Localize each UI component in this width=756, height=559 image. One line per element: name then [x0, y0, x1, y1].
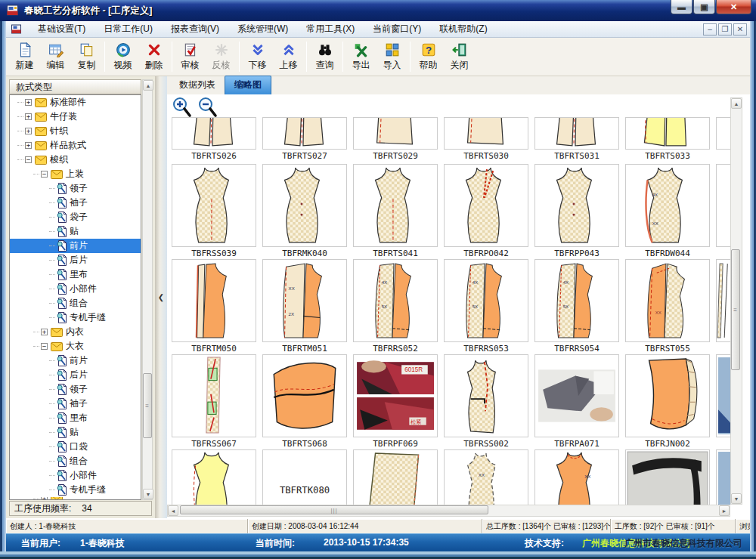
thumbnail-cell[interactable]: 4X5XTBFRRS052	[353, 259, 438, 354]
thumbnail-cell[interactable]	[716, 164, 730, 259]
thumbnail-image[interactable]	[353, 449, 438, 505]
thumbnail-cell[interactable]	[172, 449, 256, 505]
thumbnail-cell[interactable]: TBFRTS031	[534, 117, 619, 162]
thumbnail-image[interactable]: XX	[534, 449, 619, 505]
child-close-button[interactable]: ✕	[733, 23, 747, 36]
tree-item-梭织[interactable]: −梭织	[10, 153, 141, 167]
thumbnail-cell[interactable]	[716, 449, 730, 505]
expand-box-icon[interactable]: +	[41, 329, 48, 335]
tree-item-口袋[interactable]: 口袋	[10, 440, 141, 454]
关闭-button[interactable]: 关闭	[444, 39, 475, 74]
tree-item-牛仔装[interactable]: +牛仔装	[10, 110, 141, 124]
编辑-button[interactable]: 编辑	[40, 39, 71, 74]
thumbnail-image[interactable]: TBFRTK080	[262, 449, 347, 505]
thumbnail-cell[interactable]: TBFRPA071	[534, 354, 619, 449]
tree-item-小部件[interactable]: 小部件	[10, 468, 141, 483]
帮助-button[interactable]: ?帮助	[413, 39, 444, 74]
thumbnail-cell[interactable]: TBFRTS027	[262, 117, 347, 162]
tree-item-里布[interactable]: 里布	[10, 267, 141, 282]
thumbnail-cell[interactable]: TBFRTS026	[172, 117, 256, 162]
tree-scrollbar[interactable]: ▲ ≡ ▼	[142, 79, 153, 500]
thumbnail-image[interactable]	[534, 354, 619, 437]
tree-item-贴[interactable]: 贴	[10, 425, 141, 440]
tree-item-小部件[interactable]: 小部件	[10, 282, 141, 296]
thumbnail-cell[interactable]: TBFRSS067	[172, 354, 256, 449]
tree-item-里布[interactable]: 里布	[10, 411, 141, 425]
thumbnail-cell[interactable]: TBFRTS030	[444, 117, 528, 162]
thumbnail-image[interactable]	[353, 117, 438, 150]
thumbnail-cell[interactable]: XX2XTBFRTM051	[262, 259, 347, 354]
thumbnail-cell[interactable]	[353, 449, 438, 505]
thumbnail-cell[interactable]: TBFRSS002	[444, 354, 528, 449]
thumbnail-image[interactable]: 4X5X	[444, 259, 528, 342]
thumbnail-cell[interactable]: TBFRJN002	[625, 354, 710, 449]
scroll-up-icon[interactable]: ▲	[731, 98, 742, 109]
tree-item-领子[interactable]: 领子	[10, 382, 141, 397]
thumbnail-cell[interactable]: TBFRTS033	[625, 117, 710, 162]
tab-缩略图[interactable]: 缩略图	[225, 76, 271, 94]
tree-item-后片[interactable]: 后片	[10, 368, 141, 382]
上移-button[interactable]: 上移	[273, 39, 304, 74]
tree-item-组合[interactable]: 组合	[10, 454, 141, 468]
thumbnail-cell[interactable]: 4X5XTBFRRS053	[444, 259, 528, 354]
zoom-in-button[interactable]	[172, 97, 194, 119]
thumbnail-cell[interactable]: XX	[534, 449, 619, 505]
thumbnail-image[interactable]	[172, 449, 256, 505]
thumbnail-cell[interactable]	[716, 354, 730, 449]
tab-数据列表[interactable]: 数据列表	[170, 76, 225, 94]
tree-item-clipped[interactable]: +	[10, 497, 141, 500]
tree-item-前片[interactable]: 前片	[10, 354, 141, 368]
thumbnail-image[interactable]	[716, 164, 730, 247]
tree-item-袋子[interactable]: 袋子	[10, 210, 141, 224]
thumbnail-image[interactable]	[534, 117, 619, 150]
menu-item[interactable]: 系统管理(W)	[228, 21, 297, 37]
scroll-down-icon[interactable]: ▼	[731, 493, 742, 504]
thumbnail-cell[interactable]: TBFRSS039	[172, 164, 256, 259]
horizontal-scrollbar[interactable]: ◄ ||| ►	[167, 505, 730, 517]
下移-button[interactable]: 下移	[242, 39, 273, 74]
导入-button[interactable]: 导入	[376, 39, 407, 74]
thumbnail-cell[interactable]	[716, 117, 730, 162]
tree-item-袖子[interactable]: 袖子	[10, 196, 141, 210]
tree-item-前片[interactable]: 前片	[10, 239, 141, 253]
thumbnail-image[interactable]	[444, 164, 528, 247]
tree-scroll-down-icon[interactable]: ▼	[143, 489, 153, 499]
collapse-arrow-icon[interactable]: ❮	[158, 293, 164, 301]
scroll-right-icon[interactable]: ►	[719, 505, 730, 516]
tree-item-组合[interactable]: 组合	[10, 296, 141, 310]
collapse-box-icon[interactable]: −	[41, 171, 48, 178]
menu-item[interactable]: 基础设置(T)	[29, 21, 94, 37]
tree-item-贴[interactable]: 贴	[10, 224, 141, 239]
thumbnail-cell[interactable]: TBFRTS068	[262, 354, 347, 449]
thumbnail-image[interactable]	[716, 354, 730, 437]
panel-splitter[interactable]: ❮	[155, 76, 167, 518]
window-close-button[interactable]: ✕	[716, 0, 751, 14]
tree-item-大衣[interactable]: −大衣	[10, 339, 141, 354]
thumbnail-image[interactable]: XX	[625, 259, 710, 342]
thumbnail-cell[interactable]	[625, 449, 710, 505]
thumbnail-cell[interactable]: 6015R松紧TBFRPF069	[353, 354, 438, 449]
tree-item-袖子[interactable]: 袖子	[10, 397, 141, 411]
tree-item-专机手缝[interactable]: 专机手缝	[10, 483, 141, 497]
thumbnail-image[interactable]: XX	[444, 449, 528, 505]
thumbnail-cell[interactable]: 4X5XTBFRRS054	[534, 259, 619, 354]
新建-button[interactable]: 新建	[9, 39, 40, 74]
menu-item[interactable]: 当前窗口(Y)	[364, 21, 430, 37]
tree-item-上装[interactable]: −上装	[10, 167, 141, 181]
thumbnail-cell[interactable]: XX	[444, 449, 528, 505]
menu-item[interactable]: 日常工作(U)	[94, 21, 162, 37]
thumbnail-image[interactable]	[262, 117, 347, 150]
thumbnail-image[interactable]	[172, 354, 256, 437]
thumbnail-cell[interactable]: TBFRPP043	[534, 164, 619, 259]
thumbnail-image[interactable]	[716, 259, 730, 342]
thumbnail-cell[interactable]: TBFRTK080	[262, 449, 347, 505]
tree-item-样品款式[interactable]: +样品款式	[10, 138, 141, 153]
thumbnail-image[interactable]	[444, 117, 528, 150]
scroll-left-icon[interactable]: ◄	[168, 505, 178, 516]
expand-box-icon[interactable]: +	[25, 113, 32, 120]
expand-box-icon[interactable]: +	[25, 142, 32, 149]
vertical-scrollbar[interactable]: ▲ ≡ ▼	[730, 97, 742, 505]
thumbnail-image[interactable]	[716, 117, 730, 150]
collapse-box-icon[interactable]: −	[25, 156, 32, 163]
collapse-box-icon[interactable]: −	[41, 343, 48, 350]
